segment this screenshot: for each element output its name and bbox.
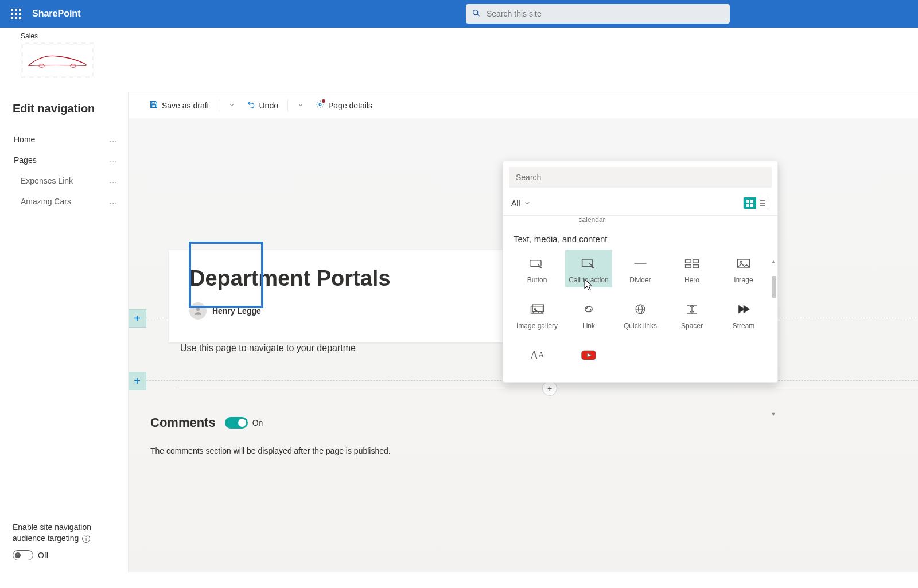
webpart-picker: All Call to action	[503, 161, 778, 383]
svg-rect-5	[152, 105, 156, 108]
left-nav: Edit navigation Home ··· Pages ··· Expen…	[0, 92, 129, 572]
image-icon	[732, 255, 755, 271]
svg-point-6	[319, 103, 321, 106]
grid-view-button[interactable]	[744, 197, 756, 209]
text-icon: AA	[526, 347, 549, 363]
svg-rect-8	[746, 200, 749, 203]
spacer-icon	[680, 301, 703, 317]
svg-line-1	[477, 14, 480, 16]
svg-point-0	[473, 10, 478, 14]
toggle-state-label: Off	[38, 551, 48, 560]
notification-dot-icon	[322, 99, 325, 103]
info-icon[interactable]: i	[82, 535, 90, 543]
undo-icon	[247, 100, 256, 111]
chevron-down-icon	[228, 102, 235, 108]
webpart-divider[interactable]: Divider	[617, 250, 664, 287]
picker-filter-all[interactable]: All	[511, 198, 531, 208]
nav-item-home[interactable]: Home ···	[13, 129, 121, 150]
svg-rect-4	[152, 102, 155, 103]
image-gallery-icon	[526, 301, 549, 317]
scroll-down-icon[interactable]: ▼	[771, 411, 776, 417]
search-box[interactable]	[466, 4, 730, 24]
webpart-text[interactable]: AA	[514, 341, 561, 367]
picker-search-input[interactable]	[509, 167, 772, 188]
save-split-chevron[interactable]	[225, 98, 239, 114]
webpart-stream[interactable]: Stream	[720, 295, 767, 333]
scroll-thumb[interactable]	[772, 276, 776, 298]
sidebar-title: Edit navigation	[13, 102, 121, 115]
webpart-link[interactable]: Link	[565, 295, 612, 333]
list-icon	[759, 200, 766, 207]
nav-item-more-icon[interactable]: ···	[109, 157, 118, 166]
hero-icon	[680, 255, 703, 271]
webpart-button[interactable]: Button	[514, 250, 561, 287]
nav-item-more-icon[interactable]: ···	[109, 177, 118, 186]
svg-rect-21	[693, 265, 699, 268]
button-icon	[526, 255, 549, 271]
svg-rect-16	[582, 259, 593, 266]
nav-item-pages[interactable]: Pages ···	[13, 150, 121, 170]
svg-rect-19	[693, 260, 699, 263]
picker-peek-row: Call to action Group calendar Button Her…	[503, 216, 777, 224]
webpart-spacer[interactable]: Spacer	[668, 295, 715, 333]
svg-rect-25	[532, 305, 543, 311]
picker-body[interactable]: Call to action Group calendar Button Her…	[503, 216, 777, 382]
svg-rect-11	[750, 204, 753, 207]
undo-split-chevron[interactable]	[294, 98, 308, 114]
quick-links-icon	[629, 301, 652, 317]
waffle-icon	[11, 9, 21, 19]
svg-rect-10	[746, 204, 749, 207]
youtube-icon	[577, 347, 600, 363]
audience-targeting-label: Enable site navigation audience targetin…	[13, 522, 121, 544]
save-as-draft-label: Save as draft	[162, 101, 209, 110]
audience-targeting-toggle[interactable]: Off	[13, 550, 121, 560]
undo-button[interactable]: Undo	[243, 96, 282, 114]
webpart-youtube[interactable]	[565, 341, 612, 367]
person-icon	[193, 306, 203, 316]
nav-item-more-icon[interactable]: ···	[109, 136, 118, 145]
webpart-image-gallery[interactable]: Image gallery	[514, 295, 561, 333]
site-logo[interactable]	[21, 42, 94, 78]
author-name[interactable]: Henry Legge	[212, 306, 261, 316]
avatar[interactable]	[189, 302, 207, 320]
add-section-button-1[interactable]: +	[129, 309, 146, 328]
app-launcher-button[interactable]	[5, 2, 28, 25]
comments-heading: Comments	[150, 415, 216, 430]
nav-item-label: Amazing Cars	[21, 197, 71, 206]
picker-section-label: Text, media, and content	[514, 234, 767, 244]
gear-icon	[316, 100, 325, 111]
webpart-image[interactable]: Image	[720, 250, 767, 287]
page-details-button[interactable]: Page details	[312, 96, 376, 114]
picker-filter-bar: All	[503, 193, 777, 216]
add-section-button-2[interactable]: +	[129, 372, 146, 390]
list-view-button[interactable]	[756, 197, 769, 209]
add-webpart-button[interactable]: +	[542, 381, 557, 396]
webpart-hero[interactable]: Hero	[668, 250, 715, 287]
search-input[interactable]	[487, 9, 724, 18]
webpart-call-to-action[interactable]: Call to action	[565, 250, 612, 287]
nav-item-amazing-cars[interactable]: Amazing Cars ···	[13, 191, 121, 212]
page-description[interactable]: Use this page to navigate to your depart…	[180, 343, 356, 353]
save-icon	[149, 100, 158, 111]
chevron-down-icon	[297, 102, 304, 108]
svg-point-23	[740, 262, 742, 264]
save-as-draft-button[interactable]: Save as draft	[146, 96, 213, 114]
nav-item-expenses-link[interactable]: Expenses Link ···	[13, 170, 121, 191]
scroll-up-icon[interactable]: ▲	[771, 259, 776, 264]
main-column: Save as draft Undo Page det	[129, 92, 918, 572]
car-logo-icon	[26, 50, 89, 71]
picker-search-wrap	[503, 161, 777, 193]
comments-region: Comments On The comments section will be…	[150, 415, 907, 455]
grid-icon	[746, 200, 753, 207]
brand-label: SharePoint	[32, 9, 80, 19]
search-icon	[472, 9, 481, 20]
call-to-action-icon	[577, 255, 600, 271]
nav-item-label: Home	[14, 135, 35, 144]
view-toggle	[743, 197, 769, 209]
picker-scrollbar[interactable]: ▲ ▼	[771, 259, 776, 417]
webpart-quick-links[interactable]: Quick links	[617, 295, 664, 333]
search-wrap	[466, 4, 730, 24]
comments-note: The comments section will be displayed a…	[150, 446, 907, 455]
nav-item-more-icon[interactable]: ···	[109, 198, 118, 207]
comments-toggle[interactable]: On	[225, 417, 263, 429]
